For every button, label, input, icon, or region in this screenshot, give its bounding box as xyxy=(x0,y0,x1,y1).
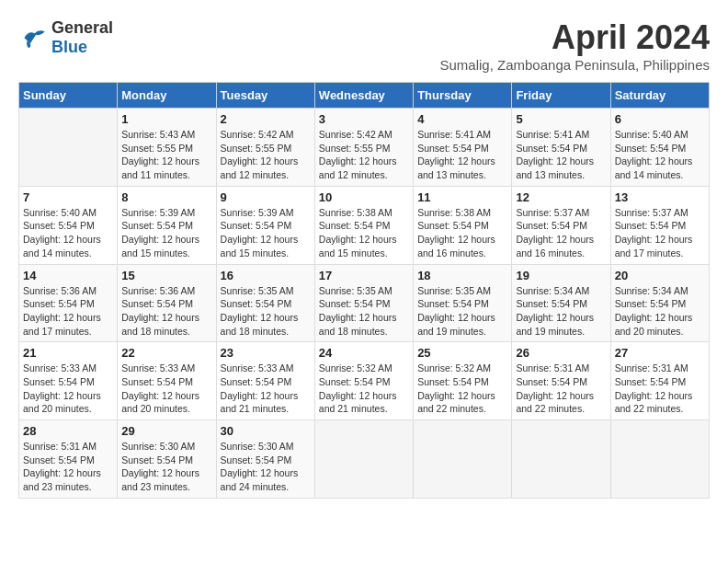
day-number: 12 xyxy=(516,190,606,204)
logo-blue: Blue xyxy=(51,38,87,56)
day-info: Sunrise: 5:31 AMSunset: 5:54 PMDaylight:… xyxy=(516,362,606,416)
calendar-cell: 7Sunrise: 5:40 AMSunset: 5:54 PMDaylight… xyxy=(19,186,118,264)
logo-icon xyxy=(18,23,48,52)
day-number: 15 xyxy=(121,269,211,282)
day-number: 7 xyxy=(23,190,113,204)
day-info: Sunrise: 5:35 AMSunset: 5:54 PMDaylight:… xyxy=(319,284,409,339)
month-title: April 2024 xyxy=(439,18,710,57)
calendar-cell xyxy=(19,109,118,187)
calendar-cell: 4Sunrise: 5:41 AMSunset: 5:54 PMDaylight… xyxy=(414,109,512,187)
day-info: Sunrise: 5:33 AMSunset: 5:54 PMDaylight:… xyxy=(121,362,211,416)
day-info: Sunrise: 5:38 AMSunset: 5:54 PMDaylight:… xyxy=(417,206,507,260)
calendar-cell xyxy=(414,420,512,499)
day-info: Sunrise: 5:33 AMSunset: 5:54 PMDaylight:… xyxy=(221,362,311,416)
col-header-sunday: Sunday xyxy=(19,83,118,109)
day-number: 23 xyxy=(221,346,311,360)
day-number: 25 xyxy=(417,346,507,360)
calendar-cell: 11Sunrise: 5:38 AMSunset: 5:54 PMDayligh… xyxy=(414,186,512,264)
day-info: Sunrise: 5:42 AMSunset: 5:55 PMDaylight:… xyxy=(221,128,311,182)
day-number: 21 xyxy=(23,346,113,360)
day-number: 9 xyxy=(221,190,311,204)
calendar-table: SundayMondayTuesdayWednesdayThursdayFrid… xyxy=(18,82,710,499)
calendar-cell: 22Sunrise: 5:33 AMSunset: 5:54 PMDayligh… xyxy=(118,342,216,420)
calendar-cell: 9Sunrise: 5:39 AMSunset: 5:54 PMDaylight… xyxy=(216,186,314,264)
day-info: Sunrise: 5:40 AMSunset: 5:54 PMDaylight:… xyxy=(23,206,113,260)
day-info: Sunrise: 5:43 AMSunset: 5:55 PMDaylight:… xyxy=(121,128,211,182)
day-number: 13 xyxy=(615,190,705,204)
calendar-cell: 2Sunrise: 5:42 AMSunset: 5:55 PMDaylight… xyxy=(216,109,314,187)
page-header: General Blue April 2024 Sumalig, Zamboan… xyxy=(18,18,710,73)
col-header-thursday: Thursday xyxy=(414,83,512,109)
calendar-cell: 25Sunrise: 5:32 AMSunset: 5:54 PMDayligh… xyxy=(414,342,512,420)
day-number: 19 xyxy=(516,269,606,282)
logo-general: General xyxy=(51,18,113,37)
calendar-cell: 28Sunrise: 5:31 AMSunset: 5:54 PMDayligh… xyxy=(19,420,118,499)
day-number: 5 xyxy=(516,112,606,126)
day-info: Sunrise: 5:41 AMSunset: 5:54 PMDaylight:… xyxy=(516,128,606,182)
calendar-cell: 19Sunrise: 5:34 AMSunset: 5:54 PMDayligh… xyxy=(512,264,610,342)
day-info: Sunrise: 5:39 AMSunset: 5:54 PMDaylight:… xyxy=(121,206,211,260)
day-number: 18 xyxy=(417,269,507,282)
calendar-cell: 6Sunrise: 5:40 AMSunset: 5:54 PMDaylight… xyxy=(610,109,709,187)
calendar-week-row: 1Sunrise: 5:43 AMSunset: 5:55 PMDaylight… xyxy=(19,109,710,187)
day-info: Sunrise: 5:35 AMSunset: 5:54 PMDaylight:… xyxy=(221,284,311,339)
day-info: Sunrise: 5:33 AMSunset: 5:54 PMDaylight:… xyxy=(23,362,113,416)
calendar-cell: 23Sunrise: 5:33 AMSunset: 5:54 PMDayligh… xyxy=(216,342,314,420)
day-info: Sunrise: 5:36 AMSunset: 5:54 PMDaylight:… xyxy=(23,284,113,339)
calendar-header-row: SundayMondayTuesdayWednesdayThursdayFrid… xyxy=(19,83,710,109)
logo: General Blue xyxy=(18,18,113,57)
location-subtitle: Sumalig, Zamboanga Peninsula, Philippine… xyxy=(439,57,710,73)
day-info: Sunrise: 5:31 AMSunset: 5:54 PMDaylight:… xyxy=(615,362,705,416)
calendar-week-row: 28Sunrise: 5:31 AMSunset: 5:54 PMDayligh… xyxy=(19,420,710,499)
day-info: Sunrise: 5:31 AMSunset: 5:54 PMDaylight:… xyxy=(23,440,113,494)
calendar-cell: 24Sunrise: 5:32 AMSunset: 5:54 PMDayligh… xyxy=(314,342,413,420)
calendar-cell: 12Sunrise: 5:37 AMSunset: 5:54 PMDayligh… xyxy=(512,186,610,264)
day-number: 11 xyxy=(417,190,507,204)
col-header-tuesday: Tuesday xyxy=(216,83,314,109)
calendar-cell: 16Sunrise: 5:35 AMSunset: 5:54 PMDayligh… xyxy=(216,264,314,342)
calendar-cell: 20Sunrise: 5:34 AMSunset: 5:54 PMDayligh… xyxy=(610,264,709,342)
day-info: Sunrise: 5:34 AMSunset: 5:54 PMDaylight:… xyxy=(615,284,705,339)
calendar-cell xyxy=(610,420,709,499)
day-info: Sunrise: 5:40 AMSunset: 5:54 PMDaylight:… xyxy=(615,128,705,182)
day-number: 14 xyxy=(23,269,113,282)
calendar-week-row: 14Sunrise: 5:36 AMSunset: 5:54 PMDayligh… xyxy=(19,264,710,342)
day-number: 24 xyxy=(319,346,409,360)
calendar-cell xyxy=(512,420,610,499)
calendar-cell: 5Sunrise: 5:41 AMSunset: 5:54 PMDaylight… xyxy=(512,109,610,187)
day-number: 1 xyxy=(121,112,211,126)
day-number: 20 xyxy=(615,269,705,282)
day-number: 17 xyxy=(319,269,409,282)
calendar-cell: 13Sunrise: 5:37 AMSunset: 5:54 PMDayligh… xyxy=(610,186,709,264)
col-header-saturday: Saturday xyxy=(610,83,709,109)
day-info: Sunrise: 5:39 AMSunset: 5:54 PMDaylight:… xyxy=(221,206,311,260)
day-number: 2 xyxy=(221,112,311,126)
day-number: 29 xyxy=(121,424,211,438)
day-number: 6 xyxy=(615,112,705,126)
day-info: Sunrise: 5:37 AMSunset: 5:54 PMDaylight:… xyxy=(516,206,606,260)
day-info: Sunrise: 5:32 AMSunset: 5:54 PMDaylight:… xyxy=(319,362,409,416)
calendar-cell: 3Sunrise: 5:42 AMSunset: 5:55 PMDaylight… xyxy=(314,109,413,187)
day-info: Sunrise: 5:30 AMSunset: 5:54 PMDaylight:… xyxy=(221,440,311,494)
calendar-week-row: 7Sunrise: 5:40 AMSunset: 5:54 PMDaylight… xyxy=(19,186,710,264)
day-info: Sunrise: 5:30 AMSunset: 5:54 PMDaylight:… xyxy=(121,440,211,494)
day-number: 27 xyxy=(615,346,705,360)
calendar-cell: 15Sunrise: 5:36 AMSunset: 5:54 PMDayligh… xyxy=(118,264,216,342)
day-number: 26 xyxy=(516,346,606,360)
calendar-cell: 18Sunrise: 5:35 AMSunset: 5:54 PMDayligh… xyxy=(414,264,512,342)
day-info: Sunrise: 5:32 AMSunset: 5:54 PMDaylight:… xyxy=(417,362,507,416)
col-header-wednesday: Wednesday xyxy=(314,83,413,109)
day-number: 8 xyxy=(121,190,211,204)
day-number: 4 xyxy=(417,112,507,126)
day-number: 28 xyxy=(23,424,113,438)
calendar-cell: 26Sunrise: 5:31 AMSunset: 5:54 PMDayligh… xyxy=(512,342,610,420)
calendar-cell: 29Sunrise: 5:30 AMSunset: 5:54 PMDayligh… xyxy=(118,420,216,499)
title-block: April 2024 Sumalig, Zamboanga Peninsula,… xyxy=(439,18,710,73)
day-info: Sunrise: 5:34 AMSunset: 5:54 PMDaylight:… xyxy=(516,284,606,339)
day-number: 10 xyxy=(319,190,409,204)
logo-text: General Blue xyxy=(51,18,113,57)
calendar-cell: 10Sunrise: 5:38 AMSunset: 5:54 PMDayligh… xyxy=(314,186,413,264)
calendar-week-row: 21Sunrise: 5:33 AMSunset: 5:54 PMDayligh… xyxy=(19,342,710,420)
col-header-monday: Monday xyxy=(118,83,216,109)
calendar-cell: 1Sunrise: 5:43 AMSunset: 5:55 PMDaylight… xyxy=(118,109,216,187)
